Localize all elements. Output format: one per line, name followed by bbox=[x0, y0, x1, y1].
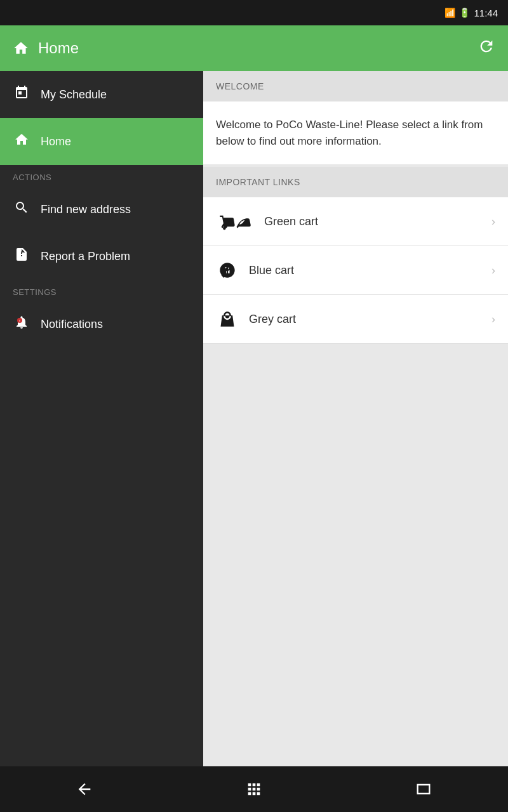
sidebar-notifications-label: Notifications bbox=[41, 318, 103, 331]
wifi-icon: 📶 bbox=[444, 8, 455, 18]
green-cart-leaf-icon bbox=[231, 210, 254, 233]
app-header-left: Home bbox=[13, 39, 79, 57]
main-layout: My Schedule Home ACTIONS Find new addres… bbox=[0, 71, 508, 766]
back-button[interactable] bbox=[59, 773, 110, 805]
sidebar-item-notifications[interactable]: ! Notifications bbox=[0, 301, 203, 348]
content-area: WELCOME Welcome to PoCo Waste-Line! Plea… bbox=[203, 71, 508, 766]
green-cart-link[interactable]: Green cart › bbox=[203, 197, 508, 246]
app-header: Home bbox=[0, 25, 508, 71]
green-cart-label: Green cart bbox=[264, 215, 318, 228]
app-header-title: Home bbox=[38, 39, 79, 57]
sidebar-my-schedule-label: My Schedule bbox=[41, 88, 107, 102]
grey-cart-bag-icon bbox=[216, 308, 239, 331]
sidebar-home-icon bbox=[13, 132, 30, 151]
sidebar-item-find-address[interactable]: Find new address bbox=[0, 186, 203, 233]
bottom-nav bbox=[0, 766, 508, 812]
links-section: IMPORTANT LINKS bbox=[203, 167, 508, 344]
refresh-button[interactable] bbox=[478, 37, 495, 59]
search-location-icon bbox=[13, 200, 30, 219]
status-time: 11:44 bbox=[474, 8, 498, 18]
blue-cart-left: Blue cart bbox=[216, 259, 294, 282]
sidebar-find-address-label: Find new address bbox=[41, 203, 131, 216]
links-header: IMPORTANT LINKS bbox=[203, 167, 508, 197]
refresh-icon bbox=[478, 37, 495, 55]
blue-cart-label: Blue cart bbox=[249, 264, 294, 277]
svg-text:!: ! bbox=[19, 319, 20, 323]
grey-cart-chevron: › bbox=[491, 313, 495, 326]
calendar-icon bbox=[13, 85, 30, 104]
green-cart-chevron: › bbox=[491, 215, 495, 228]
blue-cart-recycle-icon bbox=[216, 259, 239, 282]
welcome-body: Welcome to PoCo Waste-Line! Please selec… bbox=[203, 102, 508, 164]
actions-header: ACTIONS bbox=[0, 165, 203, 186]
welcome-section: WELCOME Welcome to PoCo Waste-Line! Plea… bbox=[203, 71, 508, 164]
sidebar-report-label: Report a Problem bbox=[41, 250, 130, 263]
status-bar: 📶 🔋 11:44 bbox=[0, 0, 508, 25]
home-nav-button[interactable] bbox=[229, 773, 279, 805]
blue-cart-chevron: › bbox=[491, 264, 495, 277]
grey-cart-label: Grey cart bbox=[249, 313, 296, 326]
battery-icon: 🔋 bbox=[459, 8, 470, 18]
status-icons: 📶 🔋 11:44 bbox=[444, 8, 498, 18]
notifications-icon: ! bbox=[13, 315, 30, 334]
settings-header: SETTINGS bbox=[0, 280, 203, 301]
grey-cart-link[interactable]: Grey cart › bbox=[203, 295, 508, 344]
grey-cart-left: Grey cart bbox=[216, 308, 296, 331]
welcome-header: WELCOME bbox=[203, 71, 508, 102]
recents-button[interactable] bbox=[398, 773, 449, 805]
sidebar-item-home[interactable]: Home bbox=[0, 118, 203, 165]
sidebar: My Schedule Home ACTIONS Find new addres… bbox=[0, 71, 203, 766]
sidebar-home-label: Home bbox=[41, 135, 71, 148]
report-icon bbox=[13, 247, 30, 266]
sidebar-item-report-problem[interactable]: Report a Problem bbox=[0, 233, 203, 280]
blue-cart-link[interactable]: Blue cart › bbox=[203, 246, 508, 295]
home-icon bbox=[13, 40, 29, 56]
green-cart-left: Green cart bbox=[216, 210, 318, 233]
sidebar-item-my-schedule[interactable]: My Schedule bbox=[0, 71, 203, 118]
